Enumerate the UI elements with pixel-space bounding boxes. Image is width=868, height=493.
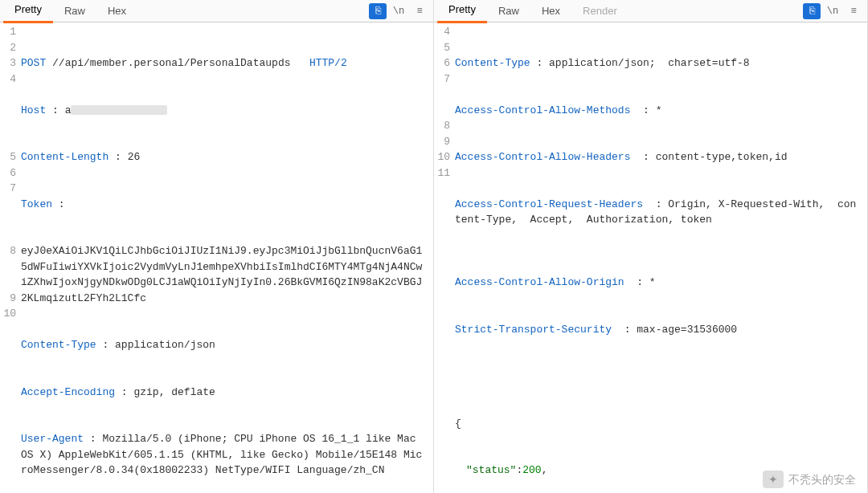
tab-render[interactable]: Render bbox=[571, 0, 628, 22]
resp-content-type-value: application/json; charset=utf-8 bbox=[549, 57, 750, 69]
tab-label: Pretty bbox=[448, 3, 476, 15]
tab-label: Hex bbox=[108, 5, 126, 17]
response-pane: Pretty Raw Hex Render ⎘ \n ≡ 4567 891011… bbox=[434, 0, 868, 493]
http-path: //api/member.personal/PersonalDataupds bbox=[52, 57, 290, 69]
request-pane: Pretty Raw Hex ⎘ \n ≡ 1234 567 8 910 POS… bbox=[0, 0, 434, 493]
hamburger-icon[interactable]: ≡ bbox=[845, 3, 862, 19]
header-content-length-key: Content-Length bbox=[21, 151, 108, 163]
newline-icon[interactable]: \n bbox=[824, 3, 841, 19]
header-token-value: eyJ0eXAiOiJKV1QiLCJhbGciOiJIUzI1NiJ9.eyJ… bbox=[21, 245, 422, 304]
tab-raw[interactable]: Raw bbox=[487, 0, 530, 22]
request-tabbar: Pretty Raw Hex ⎘ \n ≡ bbox=[0, 0, 433, 22]
request-gutter: 1234 567 8 910 bbox=[0, 22, 19, 493]
response-content: 4567 891011 Content-Type : application/j… bbox=[434, 22, 867, 493]
tab-hex[interactable]: Hex bbox=[96, 0, 137, 22]
resp-acam-key: Access-Control-Allow-Methods bbox=[455, 104, 630, 116]
http-method: POST bbox=[21, 57, 46, 69]
resp-acam-value: * bbox=[656, 104, 662, 116]
header-content-type-key: Content-Type bbox=[21, 339, 96, 351]
header-content-length-value: 26 bbox=[128, 151, 141, 163]
response-tabbar: Pretty Raw Hex Render ⎘ \n ≡ bbox=[434, 0, 867, 22]
request-content: 1234 567 8 910 POST //api/member.persona… bbox=[0, 22, 433, 493]
resp-sts-key: Strict-Transport-Security bbox=[455, 324, 612, 336]
header-content-type-value: application/json bbox=[115, 339, 215, 351]
resp-acah-key: Access-Control-Allow-Headers bbox=[455, 151, 630, 163]
header-token-key: Token bbox=[21, 198, 52, 210]
tab-raw[interactable]: Raw bbox=[53, 0, 96, 22]
hamburger-icon[interactable]: ≡ bbox=[411, 3, 428, 19]
redacted-host bbox=[71, 105, 167, 115]
header-accept-encoding-key: Accept-Encoding bbox=[21, 386, 115, 398]
http-proto: HTTP/2 bbox=[309, 57, 347, 69]
json-status-value: 200 bbox=[522, 464, 541, 476]
resp-acrh-key: Access-Control-Request-Headers bbox=[455, 198, 643, 210]
resp-sts-value: max-age=31536000 bbox=[637, 324, 737, 336]
tab-label: Raw bbox=[498, 5, 519, 17]
header-host-value-prefix: a bbox=[65, 104, 72, 116]
actions-icon[interactable]: ⎘ bbox=[369, 3, 387, 19]
resp-acao-key: Access-Control-Allow-Origin bbox=[455, 276, 624, 288]
header-host-key: Host bbox=[21, 104, 46, 116]
resp-acah-value: content-type,token,id bbox=[656, 151, 788, 163]
tab-label: Raw bbox=[64, 5, 85, 17]
tab-label: Hex bbox=[542, 5, 560, 17]
response-code[interactable]: Content-Type : application/json; charset… bbox=[453, 22, 867, 493]
request-code[interactable]: POST //api/member.personal/PersonalDatau… bbox=[19, 22, 433, 493]
newline-icon[interactable]: \n bbox=[390, 3, 407, 19]
tab-label: Pretty bbox=[14, 3, 42, 15]
tab-pretty[interactable]: Pretty bbox=[437, 0, 487, 23]
tab-pretty[interactable]: Pretty bbox=[3, 0, 53, 23]
resp-content-type-key: Content-Type bbox=[455, 57, 530, 69]
header-accept-encoding-value: gzip, deflate bbox=[133, 386, 215, 398]
tab-hex[interactable]: Hex bbox=[530, 0, 571, 22]
tab-label: Render bbox=[583, 5, 617, 17]
resp-acao-value: * bbox=[649, 276, 656, 288]
response-gutter: 4567 891011 bbox=[434, 22, 453, 493]
header-user-agent-key: User-Agent bbox=[21, 433, 84, 445]
actions-icon[interactable]: ⎘ bbox=[803, 3, 821, 19]
json-status-key: "status" bbox=[466, 464, 516, 476]
